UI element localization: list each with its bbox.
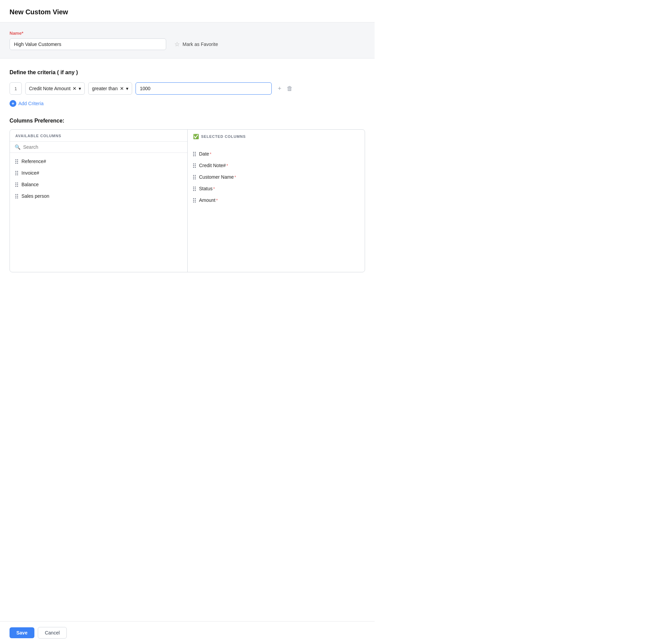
list-item[interactable]: Customer Name*	[188, 171, 365, 183]
selected-columns-title: SELECTED COLUMNS	[201, 134, 246, 139]
add-criteria-button[interactable]: + Add Criteria	[10, 100, 44, 107]
criteria-field-chevron: ▾	[79, 86, 81, 91]
save-button[interactable]: Save	[10, 627, 34, 638]
selected-col-label: Status*	[199, 186, 215, 191]
drag-icon	[193, 175, 196, 179]
mark-favorite-label: Mark as Favorite	[183, 42, 218, 47]
list-item[interactable]: Credit Note#*	[188, 160, 365, 171]
name-field-label: Name*	[10, 31, 365, 36]
criteria-operator-chevron: ▾	[126, 86, 128, 91]
drag-icon	[15, 194, 18, 198]
criteria-number: 1	[10, 82, 22, 95]
selected-columns-header: ✅ SELECTED COLUMNS	[188, 130, 365, 143]
selected-columns-list: Date* Credit Note#*	[188, 143, 365, 262]
selected-columns-panel: ✅ SELECTED COLUMNS Date*	[188, 130, 365, 272]
columns-container: AVAILABLE COLUMNS 🔍 Reference#	[10, 129, 365, 272]
criteria-row: 1 Credit Note Amount ✕ ▾ greater than ✕ …	[10, 82, 365, 95]
page-header: New Custom View	[0, 0, 375, 22]
list-item[interactable]: Date*	[188, 148, 365, 160]
required-star: *	[210, 152, 211, 157]
available-columns-list: Reference# Invoice#	[10, 153, 187, 272]
required-star: *	[234, 175, 236, 180]
available-col-label: Sales person	[21, 193, 49, 199]
available-search-box: 🔍	[10, 141, 187, 153]
required-star: *	[226, 163, 228, 168]
name-section: Name* ☆ Mark as Favorite	[0, 22, 375, 59]
required-star: *	[213, 187, 215, 191]
selected-col-label: Customer Name*	[199, 174, 236, 180]
name-row: ☆ Mark as Favorite	[10, 38, 365, 50]
available-col-label: Invoice#	[21, 170, 39, 176]
available-search-input[interactable]	[23, 144, 183, 150]
drag-icon	[15, 182, 18, 187]
selected-col-label: Credit Note#*	[199, 163, 228, 168]
drag-icon	[15, 159, 18, 164]
drag-icon	[193, 163, 196, 168]
list-item[interactable]: Reference#	[10, 156, 187, 167]
criteria-section: Define the criteria ( if any ) 1 Credit …	[0, 59, 375, 115]
criteria-field-clear[interactable]: ✕	[73, 86, 77, 91]
list-item[interactable]: Status*	[188, 183, 365, 194]
criteria-field-label: Credit Note Amount	[29, 86, 70, 91]
drag-icon	[193, 187, 196, 191]
selected-col-label: Amount*	[199, 197, 218, 203]
required-star: *	[216, 198, 218, 203]
name-input[interactable]	[10, 38, 166, 50]
columns-pref-title: Columns Preference:	[10, 118, 365, 124]
selected-col-label: Date*	[199, 151, 211, 157]
drag-icon	[15, 171, 18, 175]
criteria-actions: + 🗑	[276, 85, 295, 92]
list-item[interactable]: Sales person	[10, 190, 187, 202]
add-criteria-row-button[interactable]: +	[276, 85, 283, 92]
page-title: New Custom View	[10, 8, 365, 16]
drag-icon	[193, 198, 196, 203]
add-criteria-label: Add Criteria	[18, 101, 44, 106]
criteria-operator-label: greater than	[92, 86, 118, 91]
available-columns-panel: AVAILABLE COLUMNS 🔍 Reference#	[10, 130, 188, 272]
available-columns-header: AVAILABLE COLUMNS	[10, 130, 187, 141]
columns-section: Columns Preference: AVAILABLE COLUMNS 🔍	[0, 115, 375, 283]
mark-favorite-button[interactable]: ☆ Mark as Favorite	[174, 41, 218, 48]
available-col-label: Balance	[21, 182, 39, 187]
search-icon: 🔍	[15, 144, 20, 150]
criteria-operator-clear[interactable]: ✕	[120, 86, 124, 91]
criteria-field-select[interactable]: Credit Note Amount ✕ ▾	[25, 82, 85, 95]
criteria-title: Define the criteria ( if any )	[10, 69, 365, 76]
available-col-label: Reference#	[21, 159, 46, 164]
cancel-button[interactable]: Cancel	[38, 627, 67, 639]
star-icon: ☆	[174, 41, 180, 48]
drag-icon	[193, 152, 196, 156]
criteria-operator-select[interactable]: greater than ✕ ▾	[88, 82, 132, 95]
add-criteria-icon: +	[10, 100, 16, 107]
list-item[interactable]: Balance	[10, 179, 187, 190]
check-circle-icon: ✅	[193, 134, 199, 139]
remove-criteria-row-button[interactable]: 🗑	[285, 85, 294, 92]
footer: Save Cancel	[0, 621, 375, 644]
list-item[interactable]: Amount*	[188, 194, 365, 206]
available-columns-title: AVAILABLE COLUMNS	[15, 134, 61, 138]
criteria-value-input[interactable]	[136, 82, 272, 95]
list-item[interactable]: Invoice#	[10, 167, 187, 179]
